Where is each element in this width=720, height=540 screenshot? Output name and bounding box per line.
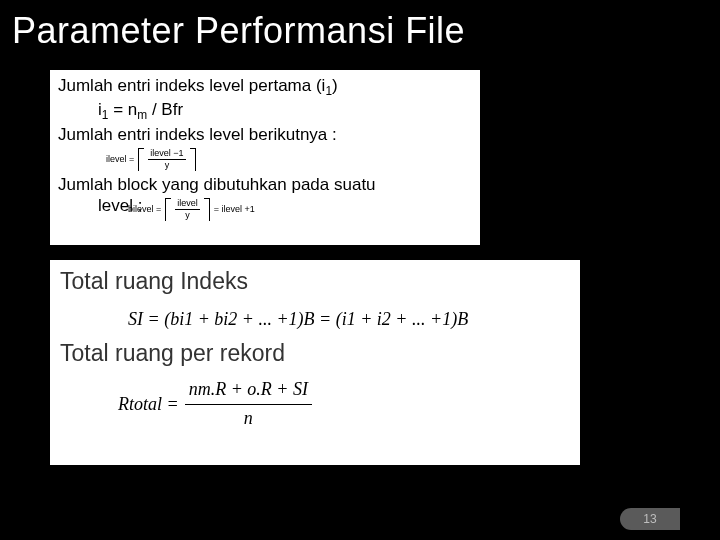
numerator: ilevel [175, 199, 200, 210]
numerator: nm.R + o.R + SI [185, 379, 312, 405]
fraction: nm.R + o.R + SI n [185, 379, 312, 429]
page-number-badge: 13 [620, 508, 680, 530]
ceil-left-icon [138, 148, 144, 171]
heading-total-rekord: Total ruang per rekord [60, 340, 570, 367]
lhs: ilevel = [106, 154, 134, 165]
lhs: bilevel = [128, 204, 161, 215]
text-line: Jumlah entri indeks level berikutnya : [58, 124, 472, 145]
rhs: = ilevel +1 [214, 204, 255, 215]
heading-total-indeks: Total ruang Indeks [60, 268, 570, 295]
subscript: m [137, 109, 147, 123]
slide-title: Parameter Performansi File [0, 0, 720, 52]
text: = n [108, 100, 137, 119]
ceil-left-icon [165, 198, 171, 221]
numerator: ilevel −1 [148, 149, 185, 160]
formula-rtotal: Rtotal = nm.R + o.R + SI n [60, 373, 570, 433]
formula-si: SI = (bi1 + bi2 + ... +1)B = (i1 + i2 + … [60, 301, 570, 338]
formula-ilevel: ilevel = ilevel −1 y [58, 145, 472, 174]
fraction: ilevel −1 y [148, 149, 185, 170]
denominator: y [163, 160, 172, 170]
denominator: y [183, 210, 192, 220]
text-line: Jumlah block yang dibutuhkan pada suatu [58, 174, 472, 195]
formula-line: i1 = nm / Bfr [58, 99, 472, 123]
fraction: ilevel y [175, 199, 200, 220]
ceil-right-icon [204, 198, 210, 221]
denominator: n [240, 405, 257, 430]
text: ) [332, 76, 338, 95]
lhs: Rtotal = [118, 394, 179, 415]
text: Jumlah entri indeks level pertama (i [58, 76, 325, 95]
text-line: Jumlah entri indeks level pertama (i1) [58, 75, 472, 99]
panel-bottom: Total ruang Indeks SI = (bi1 + bi2 + ...… [50, 260, 580, 465]
ceil-right-icon [190, 148, 196, 171]
panel-top: Jumlah entri indeks level pertama (i1) i… [50, 70, 480, 245]
text: / Bfr [147, 100, 183, 119]
